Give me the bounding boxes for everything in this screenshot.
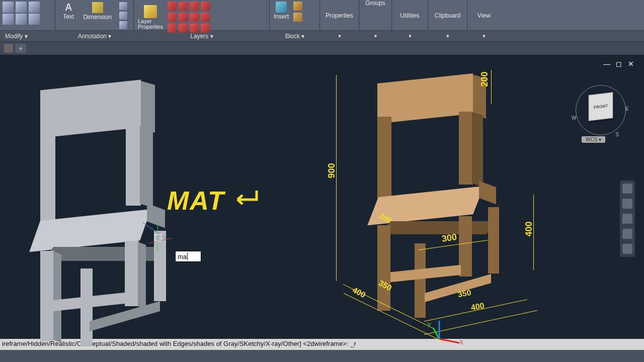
block-small-2[interactable] — [293, 13, 302, 22]
text-label: Text — [63, 13, 74, 20]
annotation-group: A Text Dimension — [55, 0, 134, 30]
layers-group: Layer Properties — [134, 0, 270, 30]
modify-panel-label: Modify ▾ — [5, 33, 28, 40]
layer-properties-button[interactable]: Layer Properties — [136, 5, 165, 30]
compass-w: W — [572, 115, 576, 121]
ucs-icon: X Y — [430, 319, 465, 350]
insert-icon — [276, 2, 287, 13]
layer-ico-8[interactable] — [201, 13, 210, 22]
layers-panel-tab[interactable]: Layers ▾ — [134, 32, 270, 41]
navigation-bar — [620, 180, 635, 257]
modify-icon-4[interactable] — [3, 14, 14, 25]
wcs-button[interactable]: WCS ▾ — [582, 136, 605, 143]
groups-panel-tab[interactable]: ▼ — [359, 33, 392, 40]
groups-label: Groups — [365, 0, 385, 7]
properties-group[interactable]: Properties — [320, 0, 359, 30]
annotation-panel-tab[interactable]: Annotation ▾ — [55, 32, 134, 41]
dimension-button[interactable]: Dimension — [81, 2, 114, 30]
utilities-group[interactable]: Utilities — [392, 0, 428, 30]
utilities-panel-tab[interactable]: ▼ — [392, 33, 428, 40]
modify-icon-2[interactable] — [16, 2, 27, 13]
layer-ico-5[interactable] — [168, 13, 177, 22]
clipboard-label: Clipboard — [435, 12, 460, 20]
dimension-label: Dimension — [83, 14, 112, 21]
compass-s: S — [615, 132, 619, 137]
anno-small-3[interactable] — [119, 21, 127, 29]
nav-zoom-icon[interactable] — [622, 214, 632, 224]
layerprops-icon — [144, 5, 157, 18]
view-panel-tab[interactable]: ▼ — [467, 33, 501, 40]
layer-ico-6[interactable] — [179, 13, 188, 22]
ucs-y: Y — [427, 322, 431, 329]
viewport-window-controls: — ◻ ✕ — [603, 60, 635, 68]
modify-icon-5[interactable] — [16, 14, 27, 25]
utilities-label: Utilities — [400, 12, 420, 20]
enter-key-icon — [232, 189, 261, 211]
nav-full-icon[interactable] — [622, 184, 632, 194]
dim-200: 200 — [479, 71, 490, 86]
modify-icon-3[interactable] — [29, 2, 40, 13]
text-button[interactable]: A Text — [61, 2, 76, 30]
maximize-button[interactable]: ◻ — [615, 60, 623, 68]
ribbon: A Text Dimension Layer Properties — [0, 0, 644, 31]
nav-pan-icon[interactable] — [622, 199, 632, 209]
properties-panel-tab[interactable]: ▼ — [320, 33, 359, 40]
insert-label: Insert — [274, 13, 289, 20]
dim-300-seat: 300 — [441, 232, 458, 244]
close-button[interactable]: ✕ — [627, 60, 635, 68]
clipboard-group[interactable]: Clipboard — [428, 0, 467, 30]
mat-annotation: MAT — [167, 186, 225, 216]
ucs-x: X — [459, 339, 463, 346]
view-group[interactable]: View — [467, 0, 501, 30]
minimize-button[interactable]: — — [603, 60, 611, 68]
modify-panel-tab[interactable]: Modify ▾ — [0, 32, 55, 41]
modify-icon-6[interactable] — [29, 14, 40, 25]
insert-button[interactable]: Insert — [272, 1, 291, 22]
drawing-canvas[interactable]: — ◻ ✕ FRONT E S W WCS ▾ — [0, 55, 644, 350]
viewcube[interactable]: FRONT E S W WCS ▾ — [576, 85, 626, 135]
view-label: View — [477, 12, 491, 20]
viewcube-front-face[interactable]: FRONT — [589, 92, 613, 121]
groups-group[interactable]: Groups — [359, 0, 392, 30]
modify-group — [0, 0, 55, 30]
anno-small-1[interactable] — [119, 2, 127, 10]
block-group: Insert — [270, 0, 320, 30]
svg-line-1 — [433, 328, 439, 339]
document-tab-bar: + — [0, 42, 644, 55]
anno-small-2[interactable] — [119, 12, 127, 20]
home-tab[interactable] — [4, 44, 13, 53]
modify-icon-1[interactable] — [3, 2, 14, 13]
wcs-label: WCS — [586, 137, 597, 142]
dynamic-input[interactable]: ma — [175, 251, 201, 262]
dynamic-input-value: ma — [178, 253, 187, 260]
compass-e: E — [625, 106, 629, 112]
layer-ico-2[interactable] — [179, 2, 188, 11]
layer-ico-4[interactable] — [201, 2, 210, 11]
chair-wood-model[interactable] — [347, 72, 533, 329]
dimension-icon — [92, 2, 103, 13]
layerprops-label: Layer Properties — [138, 19, 163, 30]
viewcube-cube[interactable]: FRONT — [589, 92, 613, 121]
annotation-panel-label: Annotation ▾ — [78, 33, 112, 40]
layer-ico-1[interactable] — [168, 2, 177, 11]
nav-showmotion-icon[interactable] — [622, 244, 632, 254]
dim-400-right: 400 — [524, 221, 534, 236]
layers-panel-label: Layers ▾ — [190, 33, 213, 40]
layer-ico-7[interactable] — [190, 13, 199, 22]
layer-ico-3[interactable] — [190, 2, 199, 11]
panel-bar: Modify ▾ Annotation ▾ Layers ▾ Block ▾ ▼… — [0, 31, 644, 42]
block-panel-label: Block ▾ — [285, 33, 305, 40]
svg-line-0 — [439, 339, 459, 343]
dim-900: 900 — [327, 163, 337, 178]
nav-orbit-icon[interactable] — [622, 229, 632, 239]
clipboard-panel-tab[interactable]: ▼ — [428, 33, 467, 40]
block-small-1[interactable] — [293, 2, 302, 11]
properties-label: Properties — [326, 12, 353, 20]
block-panel-tab[interactable]: Block ▾ — [270, 32, 320, 41]
chair-grey-model[interactable] — [30, 80, 171, 346]
new-tab-button[interactable]: + — [15, 44, 26, 53]
